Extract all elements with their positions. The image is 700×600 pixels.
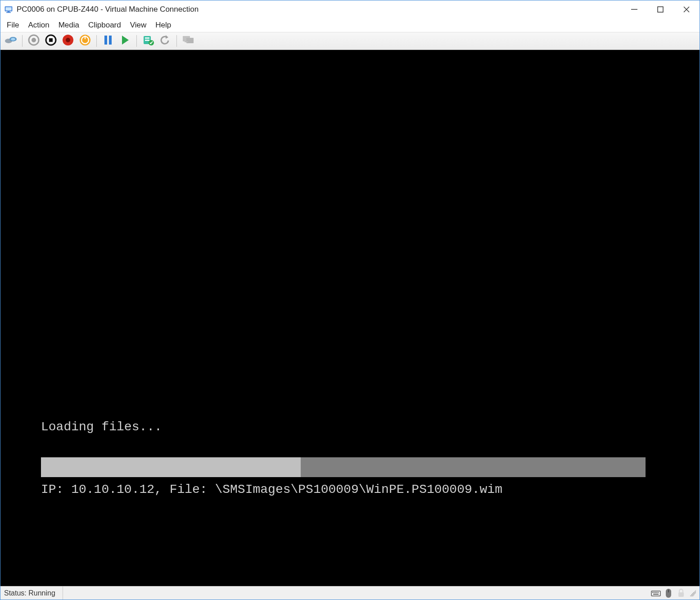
lock-status-icon <box>676 588 686 598</box>
menu-action[interactable]: Action <box>23 19 54 31</box>
resize-grip[interactable] <box>690 590 696 596</box>
svg-point-14 <box>66 38 70 42</box>
status-text: Status: Running <box>4 586 63 600</box>
status-icons <box>651 588 688 598</box>
svg-rect-34 <box>658 592 659 593</box>
svg-rect-18 <box>104 36 107 45</box>
keyboard-status-icon <box>651 588 661 598</box>
stop-icon <box>45 34 57 48</box>
mouse-status-icon <box>664 588 673 598</box>
svg-rect-22 <box>145 37 149 39</box>
enhanced-session-button[interactable] <box>181 34 196 48</box>
play-icon <box>121 35 130 47</box>
maximize-button[interactable] <box>647 0 673 18</box>
svg-rect-30 <box>652 592 653 593</box>
svg-rect-28 <box>185 41 188 42</box>
boot-detail-line: IP: 10.10.10.12, File: \SMSImages\PS1000… <box>41 483 502 496</box>
menu-view[interactable]: View <box>126 19 151 31</box>
svg-rect-17 <box>85 36 86 39</box>
ctrl-alt-del-button[interactable] <box>3 34 18 48</box>
boot-progress-fill <box>41 457 301 477</box>
svg-rect-32 <box>655 592 656 593</box>
window-title: PC0006 on CPUB-Z440 - Virtual Machine Co… <box>17 5 199 14</box>
boot-loading-label: Loading files... <box>41 420 162 434</box>
svg-rect-38 <box>678 592 684 597</box>
reset-button[interactable] <box>77 34 93 48</box>
start-button[interactable] <box>117 34 133 48</box>
svg-rect-23 <box>145 40 149 41</box>
menubar: File Action Media Clipboard View Help <box>0 18 700 32</box>
menu-file[interactable]: File <box>2 19 23 31</box>
vm-display[interactable]: Loading files... IP: 10.10.10.12, File: … <box>0 50 700 586</box>
svg-marker-20 <box>122 36 129 45</box>
toolbar <box>0 32 700 50</box>
statusbar: Status: Running <box>0 586 700 600</box>
power-red-icon <box>62 34 74 48</box>
vm-connection-window: PC0006 on CPUB-Z440 - Virtual Machine Co… <box>0 0 700 600</box>
revert-button[interactable] <box>158 34 173 48</box>
menu-clipboard[interactable]: Clipboard <box>84 19 126 31</box>
shutdown-button[interactable] <box>43 34 59 48</box>
close-button[interactable] <box>673 0 700 18</box>
svg-rect-37 <box>668 590 669 592</box>
separator <box>136 35 137 47</box>
checkpoint-icon <box>142 34 154 48</box>
svg-marker-25 <box>166 35 168 39</box>
svg-rect-12 <box>49 38 53 42</box>
menu-media[interactable]: Media <box>54 19 84 31</box>
keys-icon <box>5 36 17 46</box>
svg-rect-33 <box>656 592 657 593</box>
svg-rect-29 <box>651 591 660 596</box>
checkpoint-button[interactable] <box>140 34 156 48</box>
power-off-icon <box>28 34 40 48</box>
svg-rect-27 <box>186 38 194 43</box>
enhanced-session-icon <box>182 35 194 47</box>
separator <box>96 35 97 47</box>
svg-rect-31 <box>654 592 655 593</box>
svg-rect-2 <box>8 11 10 12</box>
window-controls <box>621 0 700 18</box>
separator <box>176 35 177 47</box>
pause-icon <box>104 35 113 47</box>
svg-rect-1 <box>5 7 11 11</box>
turn-off-button[interactable] <box>26 34 41 48</box>
svg-rect-5 <box>658 7 663 12</box>
minimize-button[interactable] <box>621 0 647 18</box>
app-icon <box>4 5 13 14</box>
menu-help[interactable]: Help <box>151 19 176 31</box>
titlebar: PC0006 on CPUB-Z440 - Virtual Machine Co… <box>0 0 700 18</box>
boot-progress-bar <box>41 457 646 477</box>
svg-rect-19 <box>109 36 112 45</box>
separator <box>22 35 23 47</box>
svg-point-10 <box>32 38 36 42</box>
svg-rect-3 <box>6 12 11 13</box>
svg-point-8 <box>11 38 15 41</box>
undo-icon <box>159 34 171 48</box>
pause-button[interactable] <box>100 34 116 48</box>
power-orange-icon <box>79 34 91 48</box>
save-state-button[interactable] <box>60 34 76 48</box>
svg-rect-4 <box>631 9 637 10</box>
svg-rect-35 <box>653 594 659 595</box>
